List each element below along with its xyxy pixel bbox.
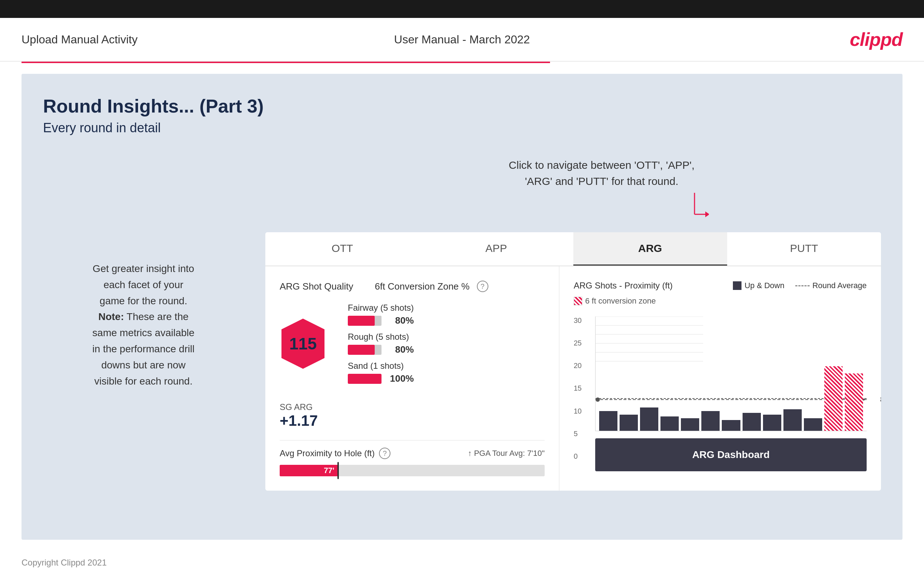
bar-1	[599, 411, 617, 431]
arg-dashboard-button[interactable]: ARG Dashboard	[595, 438, 867, 471]
bar-2	[620, 415, 638, 431]
tabs: OTT APP ARG PUTT	[265, 232, 881, 266]
y-5: 5	[574, 430, 582, 438]
right-card: OTT APP ARG PUTT ARG Shot Quality 6ft Co…	[265, 232, 881, 491]
proximity-value: 77'	[324, 466, 334, 475]
insight-text: Get greater insight into each facet of y…	[43, 261, 244, 389]
sand-fill	[348, 374, 381, 384]
fairway-pct: 80%	[389, 315, 414, 326]
question-icon[interactable]: ?	[477, 280, 488, 292]
fairway-track	[348, 316, 381, 326]
header-accent	[21, 62, 903, 63]
conversion-zone-label: 6ft Conversion Zone %	[375, 281, 469, 292]
chart-title: ARG Shots - Proximity (ft)	[574, 280, 673, 291]
legend-conversion-label: 6 ft conversion zone	[585, 297, 656, 306]
y-30: 30	[574, 316, 582, 325]
tab-ott[interactable]: OTT	[265, 232, 419, 266]
center-label: User Manual - March 2022	[394, 33, 530, 46]
chart-header: ARG Shots - Proximity (ft) Up & Down Rou…	[574, 280, 867, 291]
sand-label: Sand (1 shots)	[348, 361, 414, 371]
upload-label: Upload Manual Activity	[21, 33, 138, 46]
insight-note: Note:	[98, 311, 124, 322]
y-15: 15	[574, 384, 582, 392]
bar-4	[661, 416, 679, 431]
rough-fill	[348, 345, 375, 355]
ref-line-label: 8	[880, 395, 881, 404]
svg-marker-2	[705, 211, 709, 217]
sand-track	[348, 374, 381, 384]
bar-12	[824, 366, 843, 431]
main-content: Round Insights... (Part 3) Every round i…	[21, 74, 903, 540]
y-20: 20	[574, 362, 582, 370]
fairway-bar-with-pct: 80%	[348, 315, 414, 326]
proximity-bar-container: 77'	[279, 465, 544, 476]
bar-5	[681, 418, 699, 431]
card-container: Get greater insight into each facet of y…	[43, 232, 881, 491]
tab-arg[interactable]: ARG	[573, 232, 727, 266]
proximity-question-icon[interactable]: ?	[379, 448, 391, 459]
annotation-text: Click to navigate between 'OTT', 'APP', …	[509, 157, 695, 189]
bar-13	[845, 374, 863, 431]
chart-sub-header: 6 ft conversion zone	[574, 297, 867, 306]
proximity-cursor	[338, 462, 339, 479]
rough-bar-with-pct: 80%	[348, 344, 414, 355]
bar-3	[640, 408, 658, 431]
fairway-fill	[348, 316, 375, 326]
chart-legend: Up & Down Round Average	[733, 281, 867, 290]
rough-label: Rough (5 shots)	[348, 332, 414, 342]
legend-conversion-box	[574, 297, 582, 305]
proximity-fill: 77'	[279, 465, 338, 476]
section-subtitle: Every round in detail	[43, 121, 881, 135]
stats-panel: ARG Shot Quality 6ft Conversion Zone % ?…	[265, 266, 559, 491]
bar-row-fairway: Fairway (5 shots) 80%	[348, 303, 414, 326]
legend-round-avg: Round Average	[795, 281, 867, 290]
sand-bar-with-pct: 100%	[348, 373, 414, 384]
chart-panel: ARG Shots - Proximity (ft) Up & Down Rou…	[559, 266, 881, 491]
legend-round-avg-dashed	[795, 285, 809, 286]
bar-row-sand: Sand (1 shots) 100%	[348, 361, 414, 384]
bar-7	[722, 420, 740, 431]
stats-header: ARG Shot Quality 6ft Conversion Zone % ?	[279, 280, 544, 292]
proximity-label: Avg Proximity to Hole (ft)	[279, 448, 375, 458]
pga-avg-label: ↑ PGA Tour Avg: 7'10"	[468, 449, 544, 458]
hex-container: 115 Fairway (5 shots) 80%	[279, 303, 544, 384]
legend-up-down: Up & Down	[733, 281, 784, 290]
header: Upload Manual Activity User Manual - Mar…	[0, 18, 924, 62]
sg-value: +1.17	[279, 412, 544, 429]
logo: clippd	[850, 29, 903, 50]
proximity-track: 77'	[279, 465, 544, 476]
bar-6	[701, 411, 720, 431]
sg-section: SG ARG +1.17	[279, 395, 544, 429]
rough-track	[348, 345, 381, 355]
sg-label: SG ARG	[279, 402, 544, 412]
legend-conversion-zone: 6 ft conversion zone	[574, 297, 867, 306]
bar-11	[804, 418, 822, 431]
top-bar	[0, 0, 924, 18]
footer: Copyright Clippd 2021	[0, 551, 924, 575]
hexagon-badge: 115	[279, 317, 326, 371]
rough-pct: 80%	[389, 344, 414, 355]
copyright: Copyright Clippd 2021	[21, 558, 107, 567]
legend-round-avg-label: Round Average	[813, 281, 867, 290]
card-inner: ARG Shot Quality 6ft Conversion Zone % ?…	[265, 266, 881, 491]
bar-rows: Fairway (5 shots) 80% Rough (5 shots)	[348, 303, 414, 384]
bar-row-rough: Rough (5 shots) 80%	[348, 332, 414, 355]
chart-wrapper: 30 25 20 15 10 5 0	[574, 316, 867, 471]
annotation-arrow	[680, 193, 709, 229]
y-0: 0	[574, 452, 582, 461]
bar-10	[783, 409, 802, 431]
y-axis: 30 25 20 15 10 5 0	[574, 316, 582, 461]
legend-up-down-label: Up & Down	[745, 281, 784, 290]
bar-9	[763, 415, 781, 431]
chart-bars	[596, 316, 867, 431]
tab-putt[interactable]: PUTT	[727, 232, 881, 266]
bar-8	[743, 413, 761, 431]
tab-app[interactable]: APP	[419, 232, 573, 266]
section-title: Round Insights... (Part 3)	[43, 95, 881, 117]
proximity-header: Avg Proximity to Hole (ft) ? ↑ PGA Tour …	[279, 448, 544, 459]
chart-area: 8	[595, 316, 867, 431]
proximity-section: Avg Proximity to Hole (ft) ? ↑ PGA Tour …	[279, 440, 544, 476]
hex-value: 115	[289, 334, 317, 353]
arg-shot-quality-label: ARG Shot Quality	[279, 281, 353, 292]
fairway-label: Fairway (5 shots)	[348, 303, 414, 313]
